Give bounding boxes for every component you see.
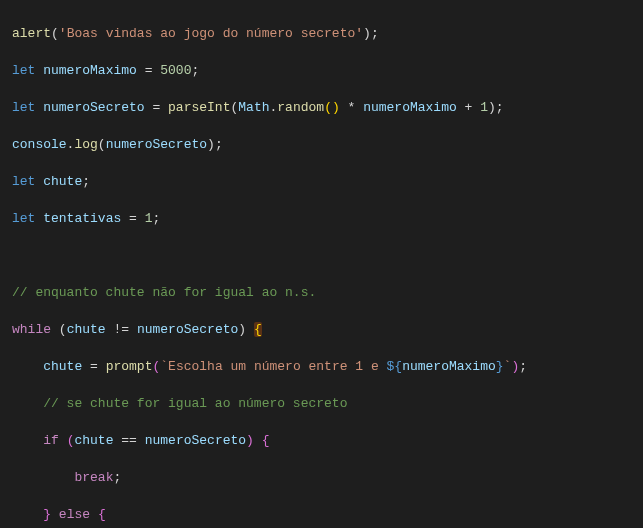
code-line: chute = prompt(`Escolha um número entre … <box>12 358 643 377</box>
code-line: } else { <box>12 506 643 525</box>
code-line: // enquanto chute não for igual ao n.s. <box>12 284 643 303</box>
code-line: break; <box>12 469 643 488</box>
code-line: let chute; <box>12 173 643 192</box>
code-line: let numeroSecreto = parseInt(Math.random… <box>12 99 643 118</box>
code-line: alert('Boas vindas ao jogo do número sec… <box>12 25 643 44</box>
code-line: while (chute != numeroSecreto) { <box>12 321 643 340</box>
code-line: let numeroMaximo = 5000; <box>12 62 643 81</box>
code-editor[interactable]: alert('Boas vindas ao jogo do número sec… <box>0 0 643 528</box>
code-line: console.log(numeroSecreto); <box>12 136 643 155</box>
code-line: if (chute == numeroSecreto) { <box>12 432 643 451</box>
code-line <box>12 247 643 266</box>
code-line: // se chute for igual ao número secreto <box>12 395 643 414</box>
code-line: let tentativas = 1; <box>12 210 643 229</box>
